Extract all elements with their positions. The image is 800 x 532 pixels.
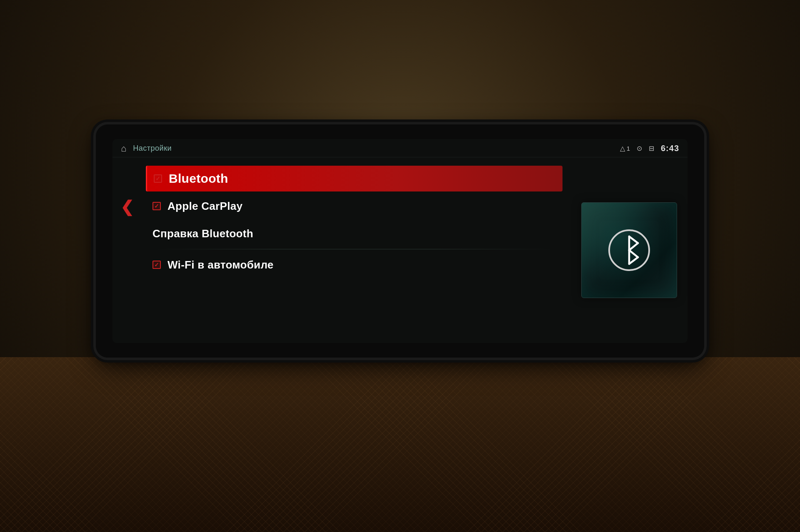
bluetooth-icon-panel <box>571 157 688 343</box>
menu-item-carplay[interactable]: Apple CarPlay <box>146 193 562 219</box>
bluetooth-icon-box <box>581 202 677 298</box>
bluetooth-checkbox[interactable] <box>154 174 162 183</box>
top-bar-left: ⌂ Настройки <box>121 143 172 154</box>
carplay-checkbox[interactable] <box>152 202 161 210</box>
top-bar-right: △ 1 ⊙ ⊟ 6:43 <box>620 144 679 153</box>
breadcrumb: Настройки <box>133 144 172 153</box>
home-icon[interactable]: ⌂ <box>121 143 126 154</box>
dashboard-texture <box>0 357 800 532</box>
bluetooth-symbol <box>606 227 652 273</box>
clock: 6:43 <box>661 144 679 153</box>
warning-icon: △ <box>620 144 625 152</box>
bluetooth-label: Bluetooth <box>169 172 228 186</box>
svg-line-3 <box>629 243 638 250</box>
menu-divider <box>154 249 554 249</box>
menu-list: Bluetooth Apple CarPlay Справка Bluetoot… <box>142 157 571 343</box>
left-nav: ❮ <box>112 157 142 343</box>
screen-bezel: ⌂ Настройки △ 1 ⊙ ⊟ 6:43 ❮ <box>96 124 704 358</box>
main-content: ❮ Bluetooth Apple CarPlay Справка Blueto… <box>112 157 688 343</box>
wifi-checkbox[interactable] <box>152 261 161 269</box>
phone-status: ⊟ <box>649 144 654 152</box>
svg-line-5 <box>629 257 638 264</box>
svg-line-4 <box>629 250 638 257</box>
menu-item-bt-help[interactable]: Справка Bluetooth <box>146 221 562 246</box>
top-bar: ⌂ Настройки △ 1 ⊙ ⊟ 6:43 <box>112 139 688 157</box>
menu-item-wifi[interactable]: Wi-Fi в автомобиле <box>146 252 562 278</box>
carplay-label: Apple CarPlay <box>168 200 242 213</box>
warning-count: 1 <box>627 145 630 152</box>
menu-item-bluetooth[interactable]: Bluetooth <box>146 166 562 191</box>
bt-help-label: Справка Bluetooth <box>152 227 253 240</box>
screen-display: ⌂ Настройки △ 1 ⊙ ⊟ 6:43 ❮ <box>112 139 688 343</box>
nav-icon: ⊙ <box>637 144 642 152</box>
wifi-label: Wi-Fi в автомобиле <box>168 259 274 271</box>
phone-icon: ⊟ <box>649 144 654 152</box>
svg-line-2 <box>629 236 638 243</box>
nav-status: ⊙ <box>637 144 642 152</box>
warning-status: △ 1 <box>620 144 630 152</box>
back-button[interactable]: ❮ <box>120 199 134 215</box>
